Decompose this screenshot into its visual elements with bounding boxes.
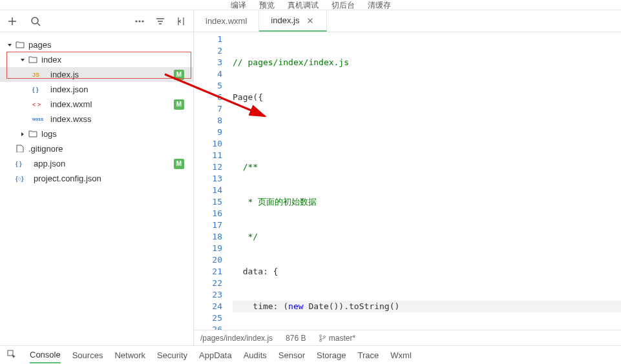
- tree-label: logs: [41, 129, 57, 139]
- modified-badge: M: [174, 70, 184, 80]
- tree-file-projectconfig[interactable]: {○} project.config.json: [0, 171, 193, 186]
- panel-sources[interactable]: Sources: [72, 350, 103, 360]
- search-icon[interactable]: [30, 15, 41, 27]
- tab-indexwxml[interactable]: index.wxml: [194, 10, 259, 32]
- modified-badge: M: [174, 99, 184, 110]
- tree-file-indexjs[interactable]: JS index.js M: [0, 67, 193, 82]
- folder-icon: [16, 41, 25, 50]
- tab-label: index.wxml: [205, 16, 247, 26]
- tree-file-gitignore[interactable]: .gitignore: [0, 141, 193, 156]
- svg-point-6: [324, 336, 326, 338]
- menu-preview[interactable]: 预览: [259, 0, 275, 10]
- panel-wxml[interactable]: Wxml: [390, 350, 412, 360]
- menu-background[interactable]: 切后台: [332, 0, 355, 10]
- devtools-panel: Console Sources Network Security AppData…: [0, 345, 621, 364]
- tree-label: index.wxml: [50, 99, 92, 109]
- panel-storage[interactable]: Storage: [317, 350, 346, 360]
- tree-file-indexwxss[interactable]: wxss index.wxss: [0, 112, 193, 126]
- filter-icon[interactable]: [154, 15, 166, 27]
- tree-file-indexjson[interactable]: { } index.json: [0, 82, 193, 97]
- json-file-icon: { }: [32, 86, 48, 93]
- svg-point-4: [320, 335, 322, 337]
- sidebar: pages index JS index.js M { } index.json…: [0, 10, 194, 345]
- top-menu: 编译 预览 真机调试 切后台 清缓存: [0, 0, 621, 10]
- panel-console[interactable]: Console: [30, 350, 61, 363]
- tree-label: .gitignore: [28, 144, 63, 154]
- editor-area: index.wxml index.js 12345678910111213141…: [194, 10, 621, 345]
- chevron-down-icon: [19, 57, 27, 63]
- menu-debug[interactable]: 真机调试: [288, 0, 319, 10]
- file-icon: [16, 145, 25, 154]
- panel-trace[interactable]: Trace: [358, 350, 379, 360]
- tree-folder-index[interactable]: index: [0, 52, 193, 67]
- tree-label: index.wxss: [50, 114, 92, 124]
- menu-compile[interactable]: 编译: [231, 0, 246, 10]
- status-bar: /pages/index/index.js 876 B master*: [194, 330, 621, 345]
- folder-icon: [28, 130, 37, 139]
- panel-appdata[interactable]: AppData: [199, 350, 232, 360]
- tree-label: index.json: [50, 85, 89, 94]
- inspect-icon[interactable]: [6, 349, 18, 361]
- code-content[interactable]: // pages/index/index.js Page({ /** * 页面的…: [233, 32, 621, 330]
- folder-icon: [28, 56, 37, 65]
- collapse-icon[interactable]: [175, 15, 187, 27]
- js-file-icon: JS: [32, 72, 48, 78]
- tree-folder-pages[interactable]: pages: [0, 37, 193, 52]
- modified-badge: M: [174, 159, 184, 169]
- chevron-right-icon: [19, 131, 27, 137]
- json-file-icon: { }: [16, 161, 31, 167]
- svg-point-0: [32, 17, 38, 24]
- wxml-file-icon: < >: [32, 101, 48, 108]
- chevron-down-icon: [6, 42, 14, 48]
- sidebar-toolbar: [0, 10, 193, 32]
- panel-network[interactable]: Network: [114, 350, 145, 360]
- panel-audits[interactable]: Audits: [244, 350, 267, 360]
- svg-point-2: [139, 20, 141, 22]
- status-path: /pages/index/index.js: [200, 334, 273, 343]
- status-size: 876 B: [286, 334, 306, 343]
- status-branch[interactable]: master*: [319, 334, 355, 343]
- file-tree: pages index JS index.js M { } index.json…: [0, 32, 193, 345]
- config-file-icon: {○}: [16, 176, 31, 182]
- tree-label: index.js: [50, 70, 79, 79]
- panel-sensor[interactable]: Sensor: [279, 350, 305, 360]
- menu-clearcache[interactable]: 清缓存: [368, 0, 391, 10]
- code-editor[interactable]: 1234567891011121314151617181920212223242…: [194, 32, 621, 330]
- close-icon[interactable]: [306, 16, 315, 25]
- svg-point-5: [320, 340, 322, 342]
- svg-point-3: [142, 20, 144, 22]
- svg-point-1: [136, 20, 138, 22]
- tab-bar: index.wxml index.js: [194, 10, 621, 32]
- add-icon[interactable]: [6, 15, 18, 27]
- tree-file-indexwxml[interactable]: < > index.wxml M: [0, 97, 193, 112]
- wxss-file-icon: wxss: [32, 117, 48, 121]
- tree-label: project.config.json: [34, 174, 101, 183]
- tree-label: index: [41, 55, 61, 65]
- tree-label: app.json: [34, 159, 65, 168]
- tab-label: index.js: [271, 15, 299, 25]
- tab-indexjs[interactable]: index.js: [259, 10, 327, 32]
- tree-file-appjson[interactable]: { } app.json M: [0, 156, 193, 171]
- line-gutter: 1234567891011121314151617181920212223242…: [194, 32, 233, 330]
- tree-label: pages: [28, 40, 51, 50]
- tree-folder-logs[interactable]: logs: [0, 126, 193, 141]
- panel-security[interactable]: Security: [157, 350, 187, 360]
- more-icon[interactable]: [134, 15, 145, 27]
